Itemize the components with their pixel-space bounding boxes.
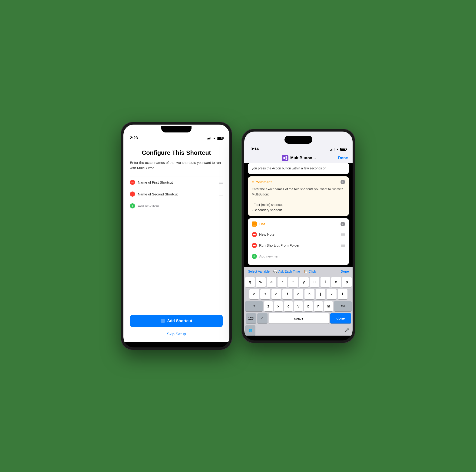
key-b[interactable]: b (304, 301, 313, 311)
keyboard-row-1: q w e r t y u i o p (245, 277, 352, 287)
editor-content: you press the Action button within a few… (244, 163, 353, 267)
setup-content: Configure This Shortcut Enter the exact … (123, 142, 229, 266)
key-123[interactable]: 123 (246, 313, 256, 323)
key-e[interactable]: e (267, 277, 276, 287)
key-r[interactable]: r (277, 277, 287, 287)
list-block: List × New Note (248, 218, 349, 265)
key-v[interactable]: v (294, 301, 303, 311)
list-item-label-1: New Note (259, 232, 339, 236)
list-block-items: New Note Run Shortcut From Folder (252, 229, 345, 262)
add-shortcut-plus-icon: + (161, 319, 165, 323)
clipboard-button[interactable]: 📋 Clipb (304, 270, 316, 273)
list-item: Name of Second Shortcut (130, 188, 223, 200)
key-s[interactable]: s (260, 289, 270, 299)
key-x[interactable]: x (274, 301, 283, 311)
add-item-row[interactable]: Add new item (130, 200, 223, 212)
comment-title-text: Comment (256, 180, 272, 184)
add-item-placeholder: Add new item (138, 204, 223, 208)
key-p[interactable]: p (342, 277, 352, 287)
key-m[interactable]: m (324, 301, 333, 311)
text-preview: you press the Action button within a few… (248, 163, 349, 174)
skip-setup-label: Skip Setup (167, 332, 186, 336)
list-block-title: List (252, 221, 265, 227)
status-time-2: 3:14 (251, 147, 259, 152)
add-item-button[interactable] (130, 203, 135, 208)
select-variable-button[interactable]: Select Variable (248, 270, 270, 273)
list-item-2: Run Shortcut From Folder (252, 240, 345, 251)
remove-item-button[interactable] (130, 191, 135, 197)
list-item-label-2: Run Shortcut From Folder (259, 243, 339, 247)
clipboard-label: Clipb (309, 270, 316, 273)
drag-handle[interactable] (219, 181, 223, 184)
key-l[interactable]: l (338, 289, 347, 299)
editor-scroll: you press the Action button within a few… (244, 163, 353, 265)
key-o[interactable]: o (331, 277, 341, 287)
list-close-button[interactable]: × (340, 222, 345, 226)
home-indicator-2 (285, 337, 312, 338)
skip-setup-link[interactable]: Skip Setup (123, 330, 229, 338)
key-u[interactable]: u (310, 277, 319, 287)
shortcut-name-1: Name of First Shortcut (138, 180, 216, 184)
list-item-1: New Note (252, 229, 345, 240)
notch (161, 126, 191, 133)
key-j[interactable]: j (316, 289, 325, 299)
add-shortcut-button[interactable]: + Add Shortcut (130, 315, 223, 327)
key-c[interactable]: c (284, 301, 293, 311)
key-w[interactable]: w (256, 277, 265, 287)
status-bar: 2:23 ▲ (123, 133, 229, 142)
drag-handle[interactable] (219, 193, 223, 195)
key-delete[interactable]: ⌫ (334, 301, 352, 311)
status-time: 2:23 (130, 136, 138, 140)
key-a[interactable]: a (249, 289, 259, 299)
list-title-text: List (259, 222, 265, 226)
ask-each-time-button[interactable]: 💬 Ask Each Time (273, 270, 300, 273)
key-emoji[interactable]: ☺ (257, 313, 268, 323)
clipboard-icon: 📋 (304, 270, 308, 273)
key-done[interactable]: done (330, 313, 351, 323)
key-i[interactable]: i (321, 277, 330, 287)
battery-icon-2 (340, 148, 346, 151)
key-y[interactable]: y (299, 277, 309, 287)
drag-handle-2[interactable] (341, 244, 345, 247)
comment-close-button[interactable]: × (340, 180, 345, 184)
keyboard-bottom-row: 🌐 🎤 (245, 325, 352, 336)
key-h[interactable]: h (305, 289, 314, 299)
editor-toolbar: Select Variable 💬 Ask Each Time 📋 Clipb … (244, 267, 353, 276)
navigation-bar: MultiButton ⌄ Done (244, 153, 353, 163)
key-f[interactable]: f (282, 289, 292, 299)
setup-title: Configure This Shortcut (130, 149, 223, 156)
svg-rect-5 (253, 225, 256, 225)
add-list-item-row[interactable]: Add new item (252, 251, 345, 262)
remove-item-button[interactable] (130, 180, 135, 185)
key-mic[interactable]: 🎤 (341, 325, 352, 336)
add-list-item-button[interactable] (252, 254, 257, 259)
nav-done-button[interactable]: Done (338, 156, 348, 160)
remove-list-item-button-2[interactable] (252, 243, 257, 248)
svg-rect-4 (253, 224, 256, 224)
signal-icon-2 (330, 148, 334, 151)
signal-icon (207, 137, 211, 139)
setup-description: Enter the exact names of the two shortcu… (130, 160, 223, 170)
key-k[interactable]: k (326, 289, 336, 299)
key-n[interactable]: n (314, 301, 323, 311)
toolbar-done-button[interactable]: Done (341, 270, 349, 273)
key-g[interactable]: g (293, 289, 303, 299)
wifi-icon-2: ▲ (336, 148, 339, 151)
remove-list-item-button[interactable] (252, 232, 257, 237)
key-space[interactable]: space (269, 313, 329, 323)
comment-block: ≡ Comment × Enter the exact names of the… (248, 176, 349, 216)
key-globe[interactable]: 🌐 (245, 325, 255, 336)
key-d[interactable]: d (272, 289, 281, 299)
comment-icon: ≡ (252, 180, 254, 184)
svg-rect-0 (284, 157, 285, 159)
status-bar-2: 3:14 ▲ (244, 144, 353, 153)
keyboard-row-2: a s d f g h j k l (245, 289, 352, 299)
key-t[interactable]: t (288, 277, 298, 287)
key-shift[interactable]: ⇧ (245, 301, 263, 311)
phone1-screen: Configure This Shortcut Enter the exact … (123, 142, 229, 342)
drag-handle-1[interactable] (341, 233, 345, 236)
nav-chevron-icon: ⌄ (314, 156, 317, 160)
wifi-icon: ▲ (213, 136, 216, 140)
key-q[interactable]: q (245, 277, 255, 287)
key-z[interactable]: z (264, 301, 273, 311)
